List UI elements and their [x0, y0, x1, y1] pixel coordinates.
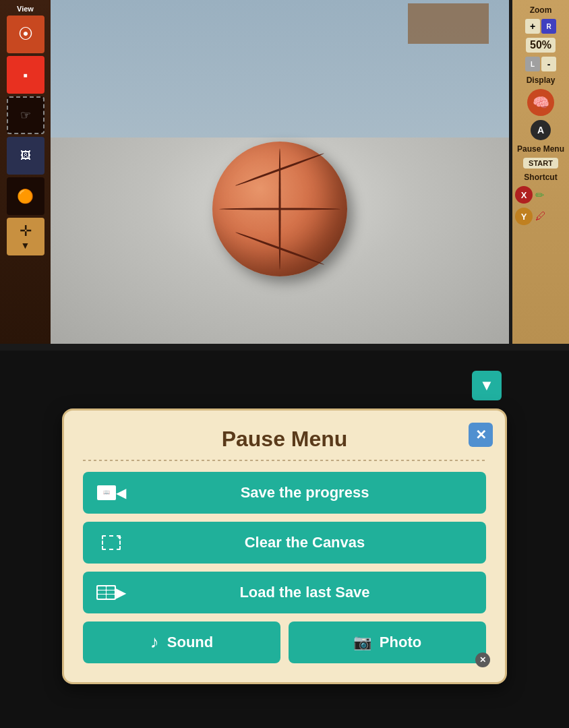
- a-button[interactable]: A: [531, 120, 551, 140]
- photo-button[interactable]: 📷 Photo ✕: [289, 621, 486, 663]
- photo-x-badge: ✕: [475, 653, 490, 667]
- arrow-left-icon: ◀: [116, 485, 126, 501]
- music-note-icon: ♪: [150, 632, 159, 653]
- arrow-right-icon: ▶: [116, 584, 126, 601]
- shortcut-label: Shortcut: [524, 173, 557, 182]
- zoom-value: 50%: [526, 38, 556, 53]
- zoom-lr-row: L -: [525, 57, 556, 71]
- load-icon: ▶: [96, 578, 126, 607]
- save-icon: 📖 ◀: [96, 478, 126, 508]
- load-line: [98, 590, 106, 594]
- load-line: [107, 595, 115, 598]
- load-line: [107, 586, 115, 590]
- image-button[interactable]: 🖼: [7, 137, 44, 175]
- view-button[interactable]: ⦿: [7, 16, 44, 53]
- zoom-minus-button[interactable]: -: [541, 57, 556, 71]
- shelf-decoration: [408, 3, 489, 44]
- down-arrow-indicator: ▼: [472, 371, 502, 400]
- zoom-plus-row: + R: [525, 19, 556, 34]
- top-screen: View ⦿ ■ ☞ 🖼 🟠 ✛ ▼ Zoom + R 50% L -: [0, 0, 569, 351]
- move-button[interactable]: ✛ ▼: [7, 218, 44, 255]
- basketball-line: [235, 231, 325, 266]
- pause-menu-title: Pause Menu: [83, 427, 486, 452]
- select-button[interactable]: ☞: [7, 96, 44, 134]
- start-button[interactable]: START: [523, 158, 558, 169]
- sound-button[interactable]: ♪ Sound: [83, 621, 280, 663]
- camera-view: [51, 0, 509, 344]
- pause-menu-dialog: Pause Menu ✕ 📖 ◀ Save the progress ✦ Cle…: [62, 408, 507, 684]
- sound-label: Sound: [167, 634, 213, 651]
- save-progress-label: Save the progress: [137, 484, 473, 502]
- display-icon[interactable]: 🧠: [527, 89, 554, 116]
- y-button[interactable]: Y: [515, 208, 533, 225]
- book-icon: 📖: [97, 485, 116, 500]
- pause-menu-label: Pause Menu: [517, 144, 564, 154]
- load-line: [98, 595, 106, 598]
- pencil-green-icon: ✏: [535, 189, 544, 202]
- basketball: [212, 142, 347, 276]
- shortcut-y-row: Y 🖊: [515, 208, 566, 225]
- zoom-plus-button[interactable]: +: [525, 19, 540, 34]
- shortcut-x-row: X ✏: [515, 186, 566, 204]
- display-label: Display: [527, 75, 556, 85]
- pencil-red-icon: 🖊: [535, 210, 546, 222]
- load-save-label: Load the last Save: [137, 584, 473, 601]
- color-button[interactable]: ■: [7, 56, 44, 94]
- view-label: View: [17, 5, 34, 13]
- load-book-icon: [96, 585, 116, 600]
- canvas-dashed-icon: ✦: [102, 535, 121, 550]
- x-button[interactable]: X: [515, 186, 533, 204]
- save-progress-button[interactable]: 📖 ◀ Save the progress: [83, 472, 486, 514]
- load-line: [107, 590, 115, 594]
- clear-icon: ✦: [96, 528, 126, 557]
- right-panel: Zoom + R 50% L - Display 🧠 A Pause Menu …: [512, 0, 569, 344]
- load-save-button[interactable]: ▶ Load the last Save: [83, 572, 486, 613]
- clear-canvas-label: Clear the Canvas: [137, 534, 473, 551]
- photo-label: Photo: [380, 634, 421, 651]
- camera-icon: 📷: [353, 634, 371, 651]
- down-arrow-icon: ▼: [479, 377, 494, 394]
- zoom-r-button[interactable]: R: [541, 19, 556, 34]
- left-toolbar: View ⦿ ■ ☞ 🖼 🟠 ✛ ▼: [0, 0, 51, 344]
- load-line: [98, 586, 106, 590]
- ball-button[interactable]: 🟠: [7, 177, 44, 215]
- zoom-l-button[interactable]: L: [525, 57, 540, 71]
- zoom-label: Zoom: [530, 5, 552, 15]
- bottom-row: ♪ Sound 📷 Photo ✕: [83, 621, 486, 663]
- basketball-line: [235, 152, 325, 187]
- divider: [83, 460, 486, 461]
- clear-canvas-button[interactable]: ✦ Clear the Canvas: [83, 522, 486, 564]
- sparkle-icon: ✦: [117, 534, 122, 541]
- close-button[interactable]: ✕: [469, 423, 493, 447]
- bottom-screen: ▼ Pause Menu ✕ 📖 ◀ Save the progress ✦ C…: [0, 351, 569, 728]
